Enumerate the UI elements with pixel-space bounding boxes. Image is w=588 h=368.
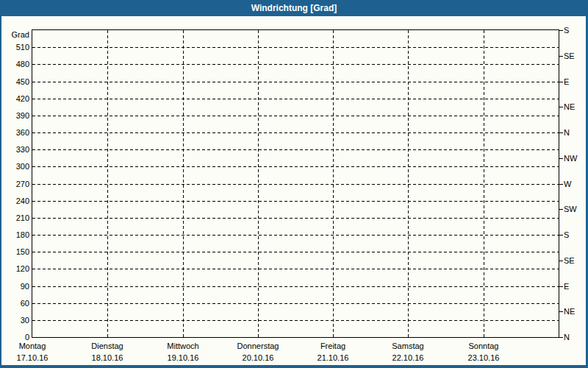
h-gridline: [32, 218, 559, 219]
v-gridline: [258, 30, 259, 337]
y-axis-tick-label: 330: [3, 145, 29, 154]
x-axis-date-label: 17.10.16: [1, 353, 63, 363]
y-axis-tick-label: 120: [3, 264, 29, 273]
h-gridline: [32, 184, 559, 185]
left-axis-unit-label: Grad: [3, 30, 29, 39]
y-axis-tick-label: 360: [3, 128, 29, 137]
compass-tick-mark: [559, 30, 563, 31]
x-axis-date-label: 22.10.16: [377, 353, 439, 363]
y-axis-tick-label: 0: [3, 333, 29, 342]
y-axis-tick-label: 210: [3, 213, 29, 222]
compass-tick-label: SE: [564, 52, 586, 60]
compass-tick-mark: [559, 311, 563, 312]
h-gridline: [32, 64, 559, 65]
compass-tick-label: N: [564, 128, 586, 137]
y-axis-tick-label: 270: [3, 180, 29, 188]
compass-tick-label: N: [564, 333, 586, 342]
h-gridline: [32, 132, 559, 133]
v-gridline: [183, 30, 184, 337]
compass-tick-mark: [559, 286, 563, 287]
x-axis-day-label: Freitag: [302, 342, 364, 351]
compass-tick-label: E: [564, 77, 586, 86]
y-axis-tick-label: 60: [3, 299, 29, 308]
h-gridline: [32, 149, 559, 150]
y-axis-tick-label: 240: [3, 197, 29, 205]
x-axis-date-label: 23.10.16: [453, 353, 514, 363]
h-gridline: [32, 252, 559, 252]
compass-tick-mark: [559, 56, 563, 57]
y-axis-tick-label: 90: [3, 282, 29, 291]
h-gridline: [32, 47, 559, 48]
compass-tick-mark: [559, 337, 563, 338]
y-axis-tick-label: 450: [3, 77, 29, 86]
y-axis-tick-label: 150: [3, 247, 29, 256]
y-axis-tick-label: 180: [3, 230, 29, 239]
compass-tick-mark: [559, 107, 563, 107]
x-axis-date-label: 19.10.16: [152, 353, 214, 363]
compass-tick-label: S: [564, 26, 586, 35]
chart-window: Windrichtung [Grad] Grad 030609012015018…: [0, 0, 588, 368]
compass-tick-label: NE: [564, 102, 586, 111]
y-axis-tick-label: 300: [3, 162, 29, 171]
h-gridline: [32, 82, 559, 82]
x-axis-date-label: 18.10.16: [76, 353, 138, 363]
x-axis-day-label: Donnerstag: [227, 342, 289, 351]
compass-tick-label: SW: [564, 205, 586, 213]
compass-tick-label: S: [564, 230, 586, 239]
compass-tick-label: E: [564, 282, 586, 291]
v-gridline: [408, 30, 409, 337]
chart-title-bar: Windrichtung [Grad]: [0, 0, 588, 16]
y-axis-tick-label: 420: [3, 94, 29, 103]
compass-tick-mark: [559, 261, 563, 261]
x-axis-day-label: Montag: [1, 342, 63, 351]
h-gridline: [32, 99, 559, 99]
compass-tick-label: NE: [564, 307, 586, 316]
h-gridline: [32, 286, 559, 287]
v-gridline: [484, 30, 484, 337]
chart-canvas: Grad 03060901201501802102402703003303603…: [1, 16, 586, 365]
x-axis-day-label: Mittwoch: [152, 342, 214, 351]
x-axis-day-label: Dienstag: [76, 342, 138, 351]
y-axis-tick-label: 510: [3, 43, 29, 52]
compass-tick-mark: [559, 184, 563, 185]
h-gridline: [32, 303, 559, 304]
plot-area: [32, 29, 559, 338]
compass-tick-mark: [559, 158, 563, 159]
compass-tick-label: SE: [564, 256, 586, 265]
compass-tick-mark: [559, 82, 563, 82]
h-gridline: [32, 235, 559, 236]
compass-tick-mark: [559, 209, 563, 210]
x-axis-date-label: 21.10.16: [302, 353, 364, 363]
h-gridline: [32, 166, 559, 167]
h-gridline: [32, 320, 559, 321]
compass-tick-mark: [559, 132, 563, 133]
x-axis-day-label: Samstag: [377, 342, 439, 351]
v-gridline: [333, 30, 334, 337]
v-gridline: [107, 30, 108, 337]
y-axis-tick-label: 30: [3, 316, 29, 325]
compass-tick-label: NW: [564, 154, 586, 163]
chart-title: Windrichtung [Grad]: [251, 3, 337, 13]
x-axis-day-label: Sonntag: [453, 342, 514, 351]
h-gridline: [32, 116, 559, 116]
y-axis-tick-label: 480: [3, 60, 29, 68]
compass-tick-label: W: [564, 180, 586, 188]
h-gridline: [32, 269, 559, 269]
y-axis-tick-label: 390: [3, 111, 29, 120]
h-gridline: [32, 201, 559, 202]
x-axis-date-label: 20.10.16: [227, 353, 289, 363]
compass-tick-mark: [559, 235, 563, 236]
